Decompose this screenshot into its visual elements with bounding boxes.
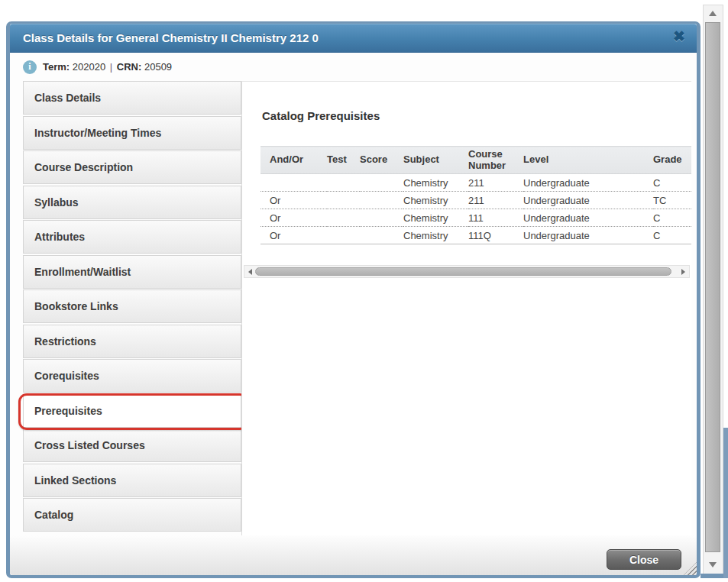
page-background: Class Details for General Chemistry II C… <box>0 0 728 582</box>
cell-course-number: 211 <box>468 174 523 192</box>
cell-level: Undergraduate <box>523 174 653 192</box>
prerequisites-panel: Catalog Prerequisites And/Or Test Score … <box>241 81 691 535</box>
sidebar-item-label: Catalog <box>34 509 73 521</box>
crn-value: 20509 <box>144 61 172 73</box>
cell-grade: C <box>653 174 691 192</box>
dialog-footer: Close <box>10 535 697 575</box>
column-header-grade: Grade <box>653 147 691 174</box>
sidebar-item-cross-listed-courses[interactable]: Cross Listed Courses <box>23 428 241 462</box>
sidebar-item-label: Bookstore Links <box>34 300 118 312</box>
scroll-right-arrow-icon[interactable] <box>681 269 685 275</box>
sidebar-item-label: Course Description <box>34 161 133 173</box>
term-value: 202020 <box>73 61 105 73</box>
cell-subject: Chemistry <box>403 192 468 209</box>
sidebar-item-label: Corequisites <box>34 370 99 382</box>
table-header-row: And/Or Test Score Subject Course Number … <box>260 147 691 174</box>
column-header-subject: Subject <box>403 147 468 174</box>
term-crn-text: Term: 202020 | CRN: 20509 <box>43 61 172 73</box>
sidebar-item-attributes[interactable]: Attributes <box>23 220 241 254</box>
dialog-sidebar: Class Details Instructor/Meeting Times C… <box>23 81 241 533</box>
sidebar-item-corequisites[interactable]: Corequisites <box>23 359 241 393</box>
sidebar-item-label: Syllabus <box>34 196 79 209</box>
cell-and-or: Or <box>260 192 327 209</box>
cell-test <box>327 227 360 244</box>
close-icon[interactable]: ✖ <box>673 27 685 45</box>
scroll-up-arrow-icon[interactable] <box>709 11 717 16</box>
cell-level: Undergraduate <box>523 192 653 209</box>
table-row: Chemistry 211 Undergraduate C <box>260 174 691 192</box>
sidebar-item-label: Cross Listed Courses <box>34 439 145 451</box>
panel-heading: Catalog Prerequisites <box>262 109 380 122</box>
sidebar-item-label: Restrictions <box>34 335 96 348</box>
sidebar-item-label: Class Details <box>34 92 101 104</box>
sidebar-item-label: Prerequisites <box>34 405 102 417</box>
class-details-dialog: Class Details for General Chemistry II C… <box>6 21 700 578</box>
sidebar-item-syllabus[interactable]: Syllabus <box>23 186 241 219</box>
cell-score <box>360 227 403 244</box>
frame-right-edge <box>723 428 728 578</box>
cell-subject: Chemistry <box>403 174 468 192</box>
cell-grade: C <box>653 227 691 244</box>
cell-course-number: 111Q <box>468 227 523 244</box>
cell-score <box>360 174 403 192</box>
cell-grade: C <box>653 209 691 227</box>
horizontal-scrollbar[interactable] <box>244 265 690 278</box>
cell-and-or <box>260 174 327 192</box>
cell-score <box>360 209 403 227</box>
cell-and-or: Or <box>260 209 327 227</box>
cell-score <box>360 192 403 209</box>
term-crn-separator: | <box>108 61 114 73</box>
vertical-scrollbar-thumb[interactable] <box>705 22 720 552</box>
scroll-down-arrow-icon[interactable] <box>709 562 717 567</box>
dialog-titlebar[interactable]: Class Details for General Chemistry II C… <box>10 24 697 53</box>
sidebar-item-prerequisites[interactable]: Prerequisites <box>23 394 241 428</box>
scroll-left-arrow-icon[interactable] <box>248 269 252 275</box>
table-row: Or Chemistry 211 Undergraduate TC <box>260 192 691 209</box>
sidebar-item-course-description[interactable]: Course Description <box>23 150 241 184</box>
sidebar-item-class-details[interactable]: Class Details <box>23 81 241 115</box>
cell-test <box>327 209 360 227</box>
sidebar-item-label: Linked Sections <box>34 474 116 487</box>
cell-course-number: 111 <box>468 209 523 227</box>
horizontal-scrollbar-thumb[interactable] <box>255 267 671 276</box>
cell-course-number: 211 <box>468 192 523 209</box>
sidebar-item-label: Enrollment/Waitlist <box>34 266 131 278</box>
dialog-title: Class Details for General Chemistry II C… <box>10 24 319 53</box>
sidebar-item-label: Instructor/Meeting Times <box>34 127 161 139</box>
term-label: Term: <box>43 61 70 73</box>
cell-subject: Chemistry <box>403 209 468 227</box>
cell-grade: TC <box>653 192 691 209</box>
column-header-score: Score <box>360 147 403 174</box>
cell-test <box>327 192 360 209</box>
column-header-and-or: And/Or <box>260 147 327 174</box>
close-button[interactable]: Close <box>607 549 681 570</box>
cell-and-or: Or <box>260 227 327 244</box>
sidebar-item-linked-sections[interactable]: Linked Sections <box>23 464 241 497</box>
crn-label: CRN: <box>117 61 142 73</box>
sidebar-item-catalog[interactable]: Catalog <box>23 498 241 532</box>
cell-subject: Chemistry <box>403 227 468 244</box>
column-header-course-number: Course Number <box>468 147 523 174</box>
column-header-level: Level <box>523 147 653 174</box>
info-icon: i <box>23 60 37 74</box>
vertical-scrollbar[interactable] <box>703 5 723 574</box>
column-header-test: Test <box>327 147 360 174</box>
sidebar-item-label: Attributes <box>34 231 85 243</box>
sidebar-item-bookstore-links[interactable]: Bookstore Links <box>23 289 241 323</box>
table-row: Or Chemistry 111Q Undergraduate C <box>260 227 691 244</box>
sidebar-item-restrictions[interactable]: Restrictions <box>23 325 241 358</box>
cell-level: Undergraduate <box>523 209 653 227</box>
prerequisites-table: And/Or Test Score Subject Course Number … <box>260 146 691 244</box>
sidebar-item-enrollment-waitlist[interactable]: Enrollment/Waitlist <box>23 255 241 289</box>
cell-test <box>327 174 360 192</box>
term-crn-infobar: i Term: 202020 | CRN: 20509 <box>10 53 697 80</box>
sidebar-item-instructor-meeting-times[interactable]: Instructor/Meeting Times <box>23 116 241 150</box>
cell-level: Undergraduate <box>523 227 653 244</box>
table-row: Or Chemistry 111 Undergraduate C <box>260 209 691 227</box>
